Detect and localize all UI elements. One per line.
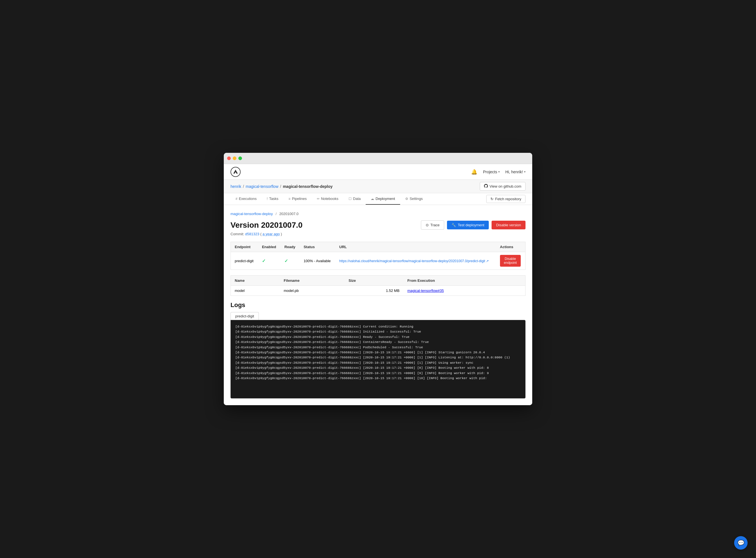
tab-executions-label: Executions — [239, 197, 257, 201]
user-chevron-icon: ▾ — [524, 170, 526, 173]
log-line: [d-01eksxbv1p9ygfyg0cqgsd5yxv-202010070-… — [235, 350, 521, 355]
log-line: [d-01eksxbv1p9ygfyg0cqgsd5yxv-202010070-… — [235, 329, 521, 334]
close-button[interactable] — [227, 156, 231, 160]
endpoint-enabled: ✓ — [258, 252, 280, 270]
commit-info: Commit: d581323 ( a year ago ) — [230, 232, 526, 236]
breadcrumb-sep-2: / — [280, 184, 281, 189]
main-content: magical-tensorflow-deploy / 20201007.0 V… — [224, 205, 532, 405]
trace-button[interactable]: ⊙ Trace — [421, 220, 445, 230]
fetch-repository-button[interactable]: ↻ Fetch repository — [486, 195, 526, 203]
disable-version-button[interactable]: Disable version — [492, 221, 526, 229]
endpoint-col-status: Status — [300, 242, 335, 252]
endpoint-action-cell: Disableendpoint — [496, 252, 526, 270]
endpoint-col-endpoint: Endpoint — [231, 242, 258, 252]
chat-bubble-button[interactable]: 💬 — [734, 536, 748, 550]
logs-terminal: [d-01eksxbv1p9ygfyg0cqgsd5yxv-202010070-… — [230, 320, 526, 399]
test-btn-label: Test deployment — [458, 223, 484, 227]
pipelines-icon: ≡ — [288, 197, 291, 201]
log-line: [d-01eksxbv1p9ygfyg0cqgsd5yxv-202010070-… — [235, 360, 521, 365]
log-line: [d-01eksxbv1p9ygfyg0cqgsd5yxv-202010070-… — [235, 339, 521, 345]
tab-executions[interactable]: # Executions — [230, 193, 262, 205]
tabs: # Executions ! Tasks ≡ Pipelines ✏ Noteb… — [230, 193, 428, 205]
logo-area — [230, 167, 241, 177]
disable-version-label: Disable version — [496, 223, 521, 227]
titlebar — [224, 153, 532, 164]
logs-tab[interactable]: predict-digit — [230, 312, 259, 320]
log-line: [d-01eksxbv1p9ygfyg0cqgsd5yxv-202010070-… — [235, 371, 521, 376]
log-line: [d-01eksxbv1p9ygfyg0cqgsd5yxv-202010070-… — [235, 324, 521, 329]
tab-deployment[interactable]: ☁ Deployment — [366, 193, 400, 205]
commit-time[interactable]: a year ago — [262, 232, 280, 236]
tab-tasks[interactable]: ! Tasks — [262, 193, 283, 205]
github-button[interactable]: View on github.com — [480, 182, 526, 191]
logo-icon — [230, 167, 241, 177]
endpoint-ready: ✓ — [280, 252, 300, 270]
endpoint-col-enabled: Enabled — [258, 242, 280, 252]
endpoint-col-ready: Ready — [280, 242, 300, 252]
files-col-name: Name — [231, 276, 280, 286]
top-nav: 🔔 Projects ▾ Hi, henrik! ▾ — [224, 164, 532, 180]
files-col-filename: Filename — [280, 276, 345, 286]
endpoint-url-cell: https://valohai.cloud/henrik/magical-ten… — [335, 252, 496, 270]
version-header: Version 20201007.0 ⊙ Trace 🔧 Test deploy… — [230, 220, 526, 230]
breadcrumb-bar: henrik / magical-tensorflow / magical-te… — [224, 180, 532, 193]
tasks-icon: ! — [267, 197, 268, 201]
breadcrumb-user[interactable]: henrik — [230, 184, 241, 189]
test-icon: 🔧 — [451, 223, 456, 227]
ready-checkmark-icon: ✓ — [284, 258, 288, 263]
breadcrumb-sep-1: / — [243, 184, 244, 189]
log-line: [d-01eksxbv1p9ygfyg0cqgsd5yxv-202010070-… — [235, 345, 521, 350]
tab-notebooks-label: Notebooks — [321, 197, 338, 201]
endpoint-url-link[interactable]: https://valohai.cloud/henrik/magical-ten… — [339, 259, 489, 263]
files-table-head: Name Filename Size From Execution — [231, 276, 526, 286]
page-breadcrumb-sep: / — [276, 212, 277, 216]
tab-settings-label: Settings — [410, 197, 423, 201]
page-breadcrumb-link[interactable]: magical-tensorflow-deploy — [230, 212, 273, 216]
tab-pipelines-label: Pipelines — [292, 197, 307, 201]
tab-notebooks[interactable]: ✏ Notebooks — [312, 193, 344, 205]
endpoint-col-actions: Actions — [496, 242, 526, 252]
app-window: 🔔 Projects ▾ Hi, henrik! ▾ henrik / magi… — [224, 153, 532, 405]
settings-icon: ⚙ — [405, 197, 408, 201]
files-table-body: model model.pb 1.52 MB magical-tensorflo… — [231, 286, 526, 296]
projects-menu[interactable]: Projects ▾ — [483, 170, 500, 174]
tab-settings[interactable]: ⚙ Settings — [400, 193, 428, 205]
endpoint-table-head: Endpoint Enabled Ready Status URL Action… — [231, 242, 526, 252]
breadcrumb-project[interactable]: magical-tensorflow — [246, 184, 278, 189]
tab-pipelines[interactable]: ≡ Pipelines — [283, 193, 312, 205]
tab-tasks-label: Tasks — [269, 197, 278, 201]
deployment-icon: ☁ — [371, 197, 374, 201]
log-line: [d-01eksxbv1p9ygfyg0cqgsd5yxv-202010070-… — [235, 334, 521, 339]
enabled-checkmark-icon: ✓ — [262, 258, 266, 263]
endpoint-table: Endpoint Enabled Ready Status URL Action… — [230, 242, 526, 270]
table-row: predict-digit ✓ ✓ 100% - Available https… — [231, 252, 526, 270]
endpoint-table-body: predict-digit ✓ ✓ 100% - Available https… — [231, 252, 526, 270]
trace-icon: ⊙ — [426, 223, 429, 227]
test-deployment-button[interactable]: 🔧 Test deployment — [447, 221, 489, 229]
disable-endpoint-button[interactable]: Disableendpoint — [500, 255, 521, 267]
notifications-icon[interactable]: 🔔 — [471, 169, 477, 175]
executions-icon: # — [235, 197, 237, 201]
minimize-button[interactable] — [233, 156, 236, 160]
data-icon: ☐ — [349, 197, 352, 201]
endpoint-table-header-row: Endpoint Enabled Ready Status URL Action… — [231, 242, 526, 252]
maximize-button[interactable] — [238, 156, 242, 160]
logs-title: Logs — [230, 301, 526, 309]
github-icon — [484, 184, 488, 189]
chat-icon: 💬 — [737, 539, 745, 546]
log-line: [d-01eksxbv1p9ygfyg0cqgsd5yxv-202010070-… — [235, 355, 521, 360]
files-table: Name Filename Size From Execution model … — [230, 275, 526, 296]
fetch-icon: ↻ — [490, 197, 494, 201]
page-breadcrumb-current: 20201007.0 — [279, 212, 299, 216]
tab-data[interactable]: ☐ Data — [344, 193, 366, 205]
endpoint-name: predict-digit — [231, 252, 258, 270]
breadcrumb-repo: magical-tensorflow-deploy — [283, 184, 333, 189]
commit-label: Commit: — [230, 232, 244, 236]
execution-link[interactable]: magical-tensorflow#35 — [407, 288, 444, 293]
user-menu[interactable]: Hi, henrik! ▾ — [505, 170, 526, 174]
endpoint-col-url: URL — [335, 242, 496, 252]
file-execution: magical-tensorflow#35 — [404, 286, 526, 296]
commit-hash-link[interactable]: d581323 — [245, 232, 259, 236]
endpoint-status: 100% - Available — [300, 252, 335, 270]
table-row: model model.pb 1.52 MB magical-tensorflo… — [231, 286, 526, 296]
